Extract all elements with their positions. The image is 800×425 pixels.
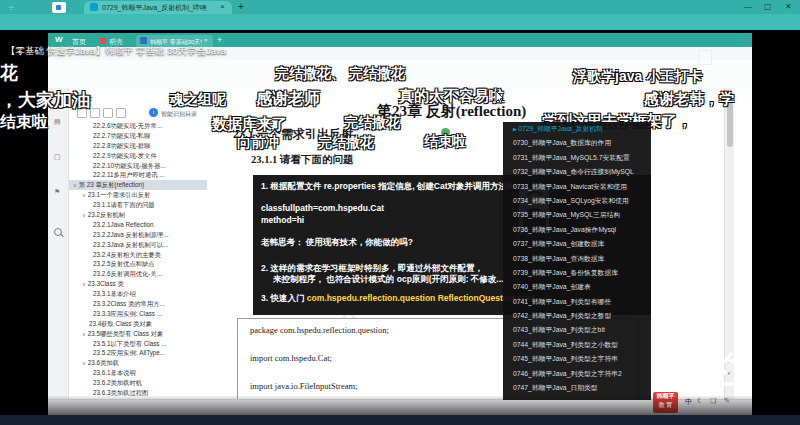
bilibili-favicon [90,3,98,11]
episode-item[interactable]: 0733_韩顺平Java_Navicat安装和使用 [503,180,651,194]
tab-title: 0729_韩顺平Java_反射机制_哔哩 [102,3,216,13]
episode-item[interactable]: 0742_韩顺平Java_列类型之整型 [503,309,651,323]
danmaku-comment: 真的太不容易啦 [399,87,504,106]
episode-item[interactable]: 0736_韩顺平Java_Java操作Mysql [503,223,651,237]
episode-item[interactable]: 0745_韩顺平Java_列类型之字符串 [503,352,651,366]
episode-item[interactable]: 0740_韩顺平Java_创建表 [503,280,651,294]
episode-item[interactable]: 0734_韩顺平Java_SQLyog安装和使用 [503,194,651,208]
window-close-button[interactable]: ✕ [785,2,792,11]
danmaku-comment: 完结撒花 [318,134,374,152]
danmaku-comment: 完结撒花 [344,114,400,132]
bilibili-logo [700,352,744,388]
episode-item[interactable]: 0743_韩顺平Java_列类型之bit [503,323,651,337]
danmaku-comment: 完结撒花、 完结撒花 [275,65,405,83]
danmaku-emote: ? [698,50,712,65]
episode-item[interactable]: 0739_韩顺平Java_备份恢复数据库 [503,266,651,280]
danmaku-comment: 浮歌学java 小王打卡 [573,68,702,86]
screen: ⁘ 0729_韩顺平Java_反射机制_哔哩 × + — ▢ ✕ ← ↻ ⌂ 🗋… [0,0,800,425]
episode-item[interactable]: 0729_韩顺平Java_反射机制 [503,122,651,136]
danmaku-comment: 数据库来了 [212,115,287,134]
episode-item[interactable]: 0730_韩顺平Java_数据库的作用 [503,136,651,150]
danmaku-comment: 感谢老韩，学 [644,90,734,109]
new-tab-button[interactable]: + [238,1,244,12]
danmaku-comment: 结束啦 [0,112,48,133]
danmaku-layer: 花完结撒花、 完结撒花浮歌学java 小王打卡，大家加油魂之组呢感谢老师真的太不… [0,30,800,415]
episode-item[interactable]: 0746_韩顺平Java_列类型之字符串2 [503,367,651,381]
danmaku-comment: 感谢老师 [256,89,320,110]
episode-item[interactable]: 0738_韩顺平Java_查询数据库 [503,252,651,266]
episode-item[interactable]: 0735_韩顺平Java_MySQL三层结构 [503,208,651,222]
tab-search-icon[interactable]: ⁘ [8,4,15,13]
episode-item[interactable]: 0731_韩顺平Java_MySQL5.7安装配置 [503,151,651,165]
episode-item[interactable]: 0744_韩顺平Java_列类型之小数型 [503,338,651,352]
danmaku-comment: 魂之组呢 [170,91,226,109]
video-title-overlay: 【零基础 快速学Java】韩顺平 零基础 30天学会Java [6,45,226,58]
window-minimize-button[interactable]: — [744,2,752,11]
mouse-cursor [495,91,504,104]
episode-item[interactable]: 0741_韩顺平Java_列类型有哪些 [503,295,651,309]
episode-item[interactable]: 0737_韩顺平Java_创建数据库 [503,237,651,251]
player-control-bar: ▶ ▶ 00:39 / 1:19:41 A 发个友善的弹幕见证当下 弹幕礼仪 >… [0,396,800,415]
video-player[interactable]: W 首页 稻壳 韩顺平 零基础30天学会Jav × + 文件 🖫 ↶ ↷ 开始 … [0,30,800,415]
danmaku-comment: 花 [0,61,18,85]
episode-item[interactable]: 0732_韩顺平Java_命令行连接到MySQL [503,165,651,179]
windows-taskbar: ⊞ ∧ ◁) 中 18:13 [0,415,800,425]
danmaku-comment: 向前冲 [237,134,279,152]
pinned-tab[interactable] [52,2,66,13]
window-maximize-button[interactable]: ▢ [764,2,772,11]
danmaku-comment: 结束啦 [424,133,466,151]
tab-close-icon[interactable]: × [220,2,225,11]
browser-tab-strip: ⁘ 0729_韩顺平Java_反射机制_哔哩 × + — ▢ ✕ [0,0,800,14]
episode-panel: 0729_韩顺平Java_反射机制0730_韩顺平Java_数据库的作用0731… [503,122,651,400]
episode-item[interactable]: 0747_韩顺平Java_日期类型 [503,381,651,395]
pinned-tab-favicon [56,5,61,10]
danmaku-comment: ，大家加油 [0,88,90,112]
